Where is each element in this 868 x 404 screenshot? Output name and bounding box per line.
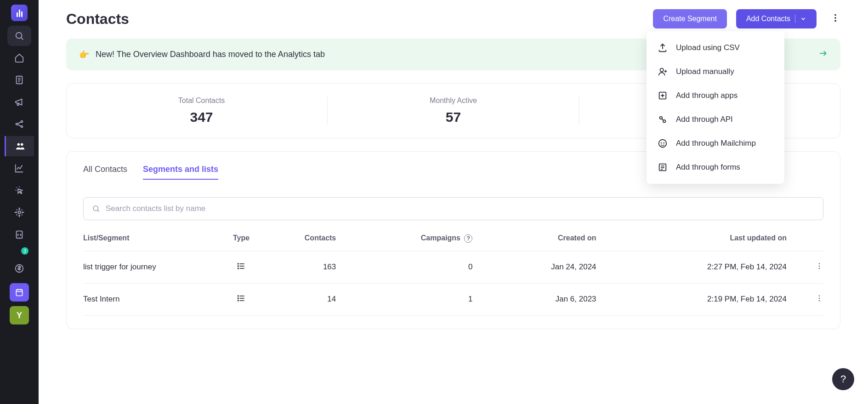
notification-badge: 3	[21, 247, 28, 255]
app-logo[interactable]	[11, 5, 28, 21]
svg-point-6	[16, 123, 18, 125]
banner-action-arrow[interactable]	[818, 49, 828, 60]
search-input[interactable]	[106, 204, 815, 213]
row-contacts: 163	[257, 251, 354, 283]
sidebar-search[interactable]	[7, 26, 31, 46]
floating-help-button[interactable]: ?	[832, 368, 854, 390]
create-segment-button[interactable]: Create Segment	[653, 9, 727, 28]
add-contacts-button[interactable]: Add Contacts	[736, 9, 817, 28]
svg-point-39	[238, 298, 239, 299]
dropdown-add-forms[interactable]: Add through forms	[647, 155, 784, 179]
sidebar-share[interactable]	[7, 114, 31, 134]
row-name: list trigger for journey	[83, 251, 225, 283]
chevron-down-icon	[800, 16, 806, 22]
row-contacts: 14	[257, 283, 354, 315]
question-mark-icon: ?	[840, 373, 846, 385]
svg-point-41	[819, 295, 820, 296]
api-icon	[658, 114, 668, 125]
svg-line-9	[17, 122, 21, 124]
svg-point-31	[238, 268, 239, 269]
apps-icon	[658, 91, 668, 101]
sidebar-analytics[interactable]	[7, 158, 31, 178]
svg-line-50	[662, 119, 664, 120]
dropdown-label: Add through API	[676, 115, 733, 124]
chart-icon	[14, 163, 24, 173]
svg-point-33	[819, 265, 820, 267]
dropdown-label: Upload using CSV	[676, 43, 740, 52]
list-icon	[237, 262, 246, 271]
row-campaigns: 1	[354, 283, 491, 315]
svg-point-32	[819, 263, 820, 264]
svg-point-21	[834, 17, 836, 19]
stat-value: 347	[76, 109, 327, 125]
row-created: Jan 24, 2024	[491, 251, 614, 283]
sidebar-settings[interactable]	[7, 202, 31, 222]
sidebar-notes[interactable]	[7, 70, 31, 90]
page-header: Contacts Create Segment Add Contacts	[66, 9, 840, 28]
svg-point-20	[834, 14, 836, 16]
svg-point-42	[819, 297, 820, 299]
sidebar-home[interactable]	[7, 48, 31, 68]
svg-line-1	[21, 38, 23, 40]
svg-point-24	[93, 206, 98, 211]
sidebar-workspace[interactable]: Y	[10, 306, 29, 324]
row-campaigns: 0	[354, 251, 491, 283]
svg-point-13	[18, 211, 21, 214]
col-header-actions	[805, 234, 823, 251]
dropdown-upload-csv[interactable]: Upload using CSV	[647, 36, 784, 60]
svg-point-29	[238, 263, 239, 264]
megaphone-icon	[14, 97, 24, 107]
dropdown-upload-manually[interactable]: Upload manually	[647, 60, 784, 84]
dropdown-label: Add through apps	[676, 91, 738, 100]
more-menu-button[interactable]	[830, 13, 840, 25]
svg-point-7	[21, 121, 23, 123]
people-icon	[15, 141, 25, 151]
search-box[interactable]	[83, 197, 823, 220]
svg-point-30	[238, 266, 239, 267]
row-type	[225, 251, 257, 283]
row-created: Jan 6, 2023	[491, 283, 614, 315]
stat-value: 57	[328, 109, 579, 125]
row-updated: 2:27 PM, Feb 14, 2024	[615, 251, 805, 283]
tab-segments-lists[interactable]: Segments and lists	[143, 165, 218, 180]
calendar-icon	[15, 288, 24, 297]
more-vertical-icon	[815, 262, 823, 270]
main-content: Contacts Create Segment Add Contacts 👉 N…	[39, 0, 868, 404]
col-header-type: Type	[225, 234, 257, 251]
sidebar-embed[interactable]	[7, 224, 31, 245]
page-title: Contacts	[66, 11, 653, 28]
stat-monthly-active: Monthly Active 57	[328, 97, 579, 125]
table-row[interactable]: list trigger for journey 163 0 Jan 24, 2…	[83, 251, 823, 283]
dropdown-add-mailchimp[interactable]: Add through Mailchimp	[647, 131, 784, 155]
arrow-right-icon	[818, 49, 828, 58]
svg-point-11	[17, 143, 20, 146]
row-actions[interactable]	[805, 283, 823, 315]
svg-point-34	[819, 268, 820, 269]
sidebar-calendar[interactable]	[10, 283, 29, 302]
dropdown-label: Upload manually	[676, 67, 734, 76]
cursor-click-icon	[14, 185, 24, 195]
sidebar-billing[interactable]	[7, 258, 31, 279]
stat-label: Monthly Active	[328, 97, 579, 105]
row-type	[225, 283, 257, 315]
segments-table: List/Segment Type Contacts Campaigns ? C…	[83, 234, 823, 316]
dollar-icon	[14, 263, 24, 273]
svg-point-12	[20, 143, 23, 146]
help-tooltip-icon[interactable]: ?	[464, 234, 472, 243]
sidebar-contacts[interactable]	[5, 136, 34, 156]
svg-point-38	[238, 296, 239, 296]
sidebar-campaigns[interactable]	[7, 92, 31, 112]
svg-point-53	[663, 142, 664, 144]
col-header-updated: Last updated on	[615, 234, 805, 251]
table-row[interactable]: Test Intern 14 1 Jan 6, 2023 2:19 PM, Fe…	[83, 283, 823, 315]
search-icon	[14, 31, 24, 41]
dropdown-add-apps[interactable]: Add through apps	[647, 84, 784, 108]
sidebar-cursor[interactable]	[7, 180, 31, 200]
dropdown-add-api[interactable]: Add through API	[647, 108, 784, 131]
tab-all-contacts[interactable]: All Contacts	[83, 165, 127, 180]
svg-point-22	[834, 20, 836, 22]
row-actions[interactable]	[805, 251, 823, 283]
sidebar-notifications[interactable]: 3	[7, 245, 31, 256]
svg-point-43	[819, 300, 820, 302]
pointing-emoji-icon: 👉	[79, 50, 89, 60]
